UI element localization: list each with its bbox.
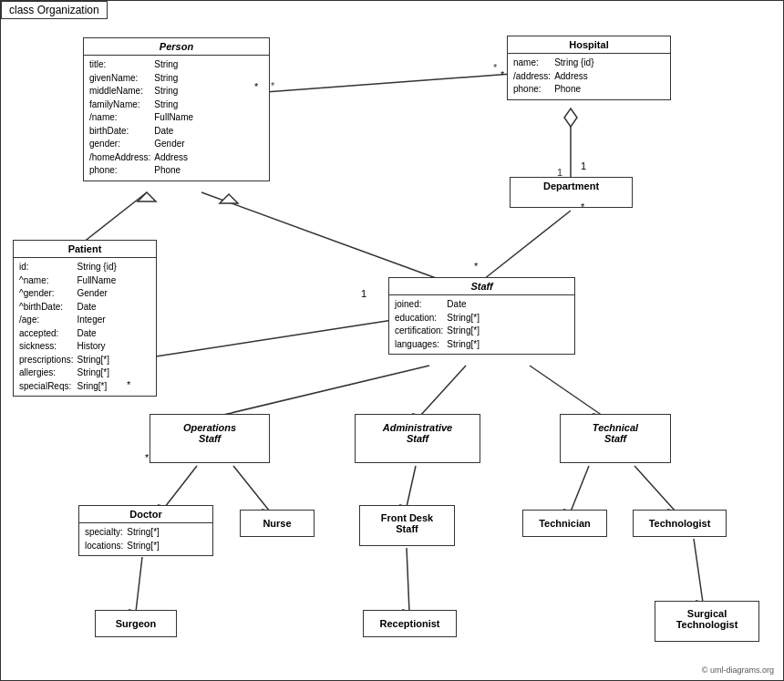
hospital-box: Hospital name:String {id} /address:Addre…	[507, 36, 671, 100]
person-box: Person title:String givenName:String mid…	[83, 37, 270, 181]
multiplicity-ops-star: *	[145, 452, 149, 463]
hospital-title: Hospital	[508, 36, 670, 54]
svg-marker-11	[220, 194, 238, 203]
multiplicity-patient-star: *	[127, 379, 130, 390]
front-desk-title: Front DeskStaff	[360, 506, 454, 537]
svg-line-26	[571, 466, 589, 511]
person-attrs: title:String givenName:String middleName…	[84, 56, 269, 181]
multiplicity-1: 1	[581, 160, 586, 171]
person-title: Person	[84, 38, 269, 56]
doctor-box: Doctor specialty:String[*] locations:Str…	[78, 505, 213, 556]
svg-line-20	[165, 466, 197, 507]
svg-line-10	[201, 192, 438, 279]
technical-staff-box: TechnicalStaff	[560, 414, 671, 463]
operations-staff-title: OperationsStaff	[150, 415, 269, 447]
front-desk-box: Front DeskStaff	[359, 505, 455, 546]
staff-attrs: joined:Date education:String[*] certific…	[389, 295, 574, 354]
staff-title: Staff	[389, 278, 574, 295]
svg-line-7	[484, 211, 571, 279]
technologist-box: Technologist	[633, 510, 727, 537]
doctor-attrs: specialty:String[*] locations:String[*]	[79, 523, 212, 555]
svg-marker-4	[564, 108, 577, 127]
operations-staff-box: OperationsStaff	[150, 414, 270, 463]
svg-line-14	[220, 366, 429, 416]
receptionist-box: Receptionist	[363, 610, 457, 637]
technician-title: Technician	[523, 511, 606, 531]
admin-staff-box: AdministrativeStaff	[355, 414, 480, 463]
patient-attrs: id:String {id} ^name:FullName ^gender:Ge…	[14, 258, 156, 396]
admin-staff-title: AdministrativeStaff	[356, 415, 480, 447]
surgeon-box: Surgeon	[95, 610, 177, 637]
surgical-tech-box: SurgicalTechnologist	[655, 601, 759, 642]
technician-box: Technician	[522, 510, 607, 537]
patient-title: Patient	[14, 241, 156, 258]
multiplicity-1-dept-staff: 1	[361, 288, 366, 299]
multiplicity-hospital-left: *	[500, 69, 504, 80]
multiplicity-star-staff: *	[474, 261, 478, 272]
diagram-container: class Organization * * 1 * *	[0, 0, 784, 681]
diagram-title: class Organization	[1, 1, 108, 19]
technologist-title: Technologist	[634, 511, 726, 531]
svg-line-8	[83, 192, 147, 242]
svg-line-16	[420, 366, 466, 416]
svg-line-32	[407, 548, 409, 612]
technical-staff-title: TechnicalStaff	[561, 415, 670, 447]
svg-line-24	[407, 466, 416, 507]
svg-line-12	[156, 320, 393, 356]
hospital-attrs: name:String {id} /address:Address phone:…	[508, 54, 670, 99]
department-title: Department	[511, 178, 632, 194]
doctor-title: Doctor	[79, 506, 212, 523]
svg-line-0	[265, 74, 511, 92]
department-box: Department	[510, 177, 633, 208]
surgeon-title: Surgeon	[96, 611, 176, 632]
nurse-box: Nurse	[240, 510, 315, 537]
svg-line-30	[136, 557, 142, 612]
svg-line-34	[694, 539, 703, 603]
staff-box: Staff joined:Date education:String[*] ce…	[388, 277, 575, 355]
svg-line-22	[233, 466, 270, 511]
nurse-title: Nurse	[241, 511, 314, 531]
svg-text:*: *	[271, 80, 275, 91]
patient-box: Patient id:String {id} ^name:FullName ^g…	[13, 240, 157, 397]
multiplicity-star-dept: *	[581, 201, 584, 212]
svg-text:*: *	[493, 62, 498, 73]
multiplicity-person-hospital: *	[254, 81, 258, 92]
svg-line-18	[530, 366, 603, 416]
copyright: © uml-diagrams.org	[702, 666, 774, 675]
surgical-tech-title: SurgicalTechnologist	[655, 602, 758, 633]
receptionist-title: Receptionist	[364, 611, 456, 632]
svg-marker-9	[138, 192, 156, 201]
svg-line-28	[634, 466, 676, 511]
